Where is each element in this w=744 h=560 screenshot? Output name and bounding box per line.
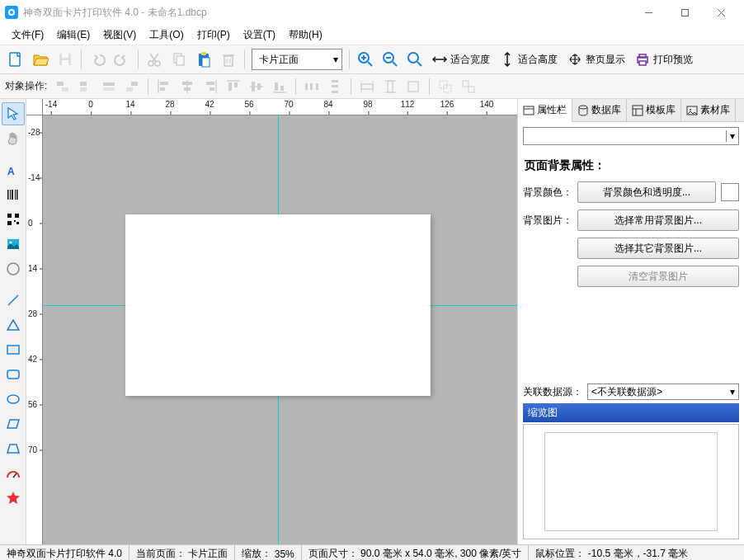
triangle-tool[interactable] <box>2 313 25 336</box>
ellipse-tool[interactable] <box>2 388 25 411</box>
svg-rect-64 <box>310 83 313 90</box>
cut-button[interactable] <box>143 48 166 71</box>
svg-rect-37 <box>57 82 64 86</box>
svg-rect-62 <box>280 86 284 91</box>
object-select-dropdown[interactable]: ▾ <box>523 127 739 145</box>
bg-image-common-button[interactable]: 选择常用背景图片... <box>577 209 739 231</box>
tab-properties[interactable]: 属性栏 <box>518 99 572 122</box>
minimize-button[interactable] <box>630 1 666 24</box>
align-hcenter[interactable] <box>177 77 198 96</box>
print-preview-button[interactable]: 打印预览 <box>630 49 698 70</box>
svg-rect-35 <box>639 54 646 58</box>
paste-button[interactable] <box>192 48 215 71</box>
same-width[interactable] <box>356 77 378 96</box>
barcode-tool[interactable] <box>2 183 25 206</box>
qrcode-tool[interactable] <box>2 208 25 231</box>
menu-view[interactable]: 视图(V) <box>97 26 143 45</box>
align-left[interactable] <box>153 77 175 96</box>
align-btn-1[interactable] <box>52 77 73 96</box>
circle-outline-tool[interactable] <box>2 257 25 280</box>
hand-tool[interactable] <box>2 127 25 150</box>
bg-color-swatch[interactable] <box>721 183 739 201</box>
align-top[interactable] <box>223 77 244 96</box>
image-tool[interactable] <box>2 233 25 256</box>
undo-button[interactable] <box>86 48 109 71</box>
zoom-reset-button[interactable] <box>403 48 426 71</box>
menu-help[interactable]: 帮助(H) <box>282 26 329 45</box>
bg-image-clear-button[interactable]: 清空背景图片 <box>577 266 739 287</box>
same-size[interactable] <box>403 77 424 96</box>
menu-edit[interactable]: 编辑(E) <box>50 26 97 45</box>
fit-height-button[interactable]: 适合高度 <box>495 49 563 70</box>
status-size: 页面尺寸： 90.0 毫米 x 54.0 毫米, 300 像素/英寸 <box>302 545 530 560</box>
svg-rect-44 <box>126 87 133 92</box>
svg-line-24 <box>368 62 372 66</box>
svg-rect-41 <box>103 82 115 86</box>
chevron-down-icon: ▾ <box>730 386 735 398</box>
align-btn-4[interactable] <box>121 77 143 96</box>
svg-rect-55 <box>228 82 232 91</box>
menu-settings[interactable]: 设置(T) <box>237 26 282 45</box>
trapezoid-tool[interactable] <box>2 437 25 460</box>
roundrect-tool[interactable] <box>2 363 25 386</box>
align-right[interactable] <box>200 77 221 96</box>
bg-color-button[interactable]: 背景颜色和透明度... <box>577 181 716 203</box>
chevron-down-icon: ▾ <box>726 130 735 142</box>
menubar: 文件(F) 编辑(E) 视图(V) 工具(O) 打印(P) 设置(T) 帮助(H… <box>0 25 744 45</box>
page-side-select[interactable]: 卡片正面 ▾ <box>252 49 342 70</box>
open-button[interactable] <box>29 48 52 71</box>
save-button[interactable] <box>54 48 77 71</box>
align-vcenter[interactable] <box>246 77 267 96</box>
canvas-stage[interactable] <box>43 115 517 544</box>
svg-rect-9 <box>62 60 68 65</box>
menu-file[interactable]: 文件(F) <box>5 26 50 45</box>
zoom-out-button[interactable] <box>379 48 402 71</box>
tab-database[interactable]: 数据库 <box>572 99 627 122</box>
status-app: 神奇双面卡片打印软件 4.0 <box>0 545 129 560</box>
full-page-button[interactable]: 整页显示 <box>563 49 630 70</box>
rect-tool[interactable] <box>2 338 25 361</box>
thumbnail-preview <box>544 432 718 531</box>
menu-print[interactable]: 打印(P) <box>191 26 237 45</box>
delete-button[interactable] <box>217 48 240 71</box>
redo-button[interactable] <box>111 48 134 71</box>
copy-button[interactable] <box>167 48 191 71</box>
ungroup[interactable] <box>458 77 479 96</box>
svg-point-92 <box>9 242 12 244</box>
ruler-corner <box>26 99 43 115</box>
new-button[interactable] <box>4 48 27 71</box>
same-height[interactable] <box>379 77 401 96</box>
dist-h[interactable] <box>301 77 323 96</box>
svg-rect-68 <box>332 91 338 93</box>
text-tool[interactable]: A <box>2 158 25 181</box>
svg-rect-58 <box>252 82 255 92</box>
tab-templates[interactable]: 模板库 <box>627 99 681 122</box>
maximize-button[interactable] <box>666 1 703 24</box>
align-btn-2[interactable] <box>75 77 97 96</box>
bg-image-other-button[interactable]: 选择其它背景图片... <box>577 238 739 259</box>
card-page[interactable] <box>125 214 431 396</box>
svg-rect-95 <box>7 346 19 354</box>
close-button[interactable] <box>703 1 739 24</box>
right-panel: 属性栏 数据库 模板库 素材库 ▾ 页面背景属性： 背景颜色： <box>517 99 744 544</box>
svg-rect-102 <box>633 106 643 115</box>
align-btn-3[interactable] <box>98 77 120 96</box>
zoom-in-button[interactable] <box>354 48 377 71</box>
svg-rect-36 <box>639 61 646 65</box>
svg-line-31 <box>417 62 421 66</box>
tab-assets[interactable]: 素材库 <box>681 99 736 122</box>
line-tool[interactable] <box>2 289 25 312</box>
menu-tools[interactable]: 工具(O) <box>143 26 190 45</box>
fit-width-button[interactable]: 适合宽度 <box>427 49 495 70</box>
dist-v[interactable] <box>324 77 346 96</box>
align-bottom[interactable] <box>269 77 290 96</box>
star-tool[interactable] <box>2 487 25 510</box>
group[interactable] <box>435 77 456 96</box>
svg-rect-66 <box>332 80 338 82</box>
select-tool[interactable] <box>2 102 25 125</box>
parallelogram-tool[interactable] <box>2 412 25 435</box>
svg-rect-17 <box>201 52 206 55</box>
thumbnail-box <box>523 424 739 539</box>
gauge-tool[interactable] <box>2 462 25 485</box>
datasource-select[interactable]: <不关联数据源> ▾ <box>587 384 739 400</box>
